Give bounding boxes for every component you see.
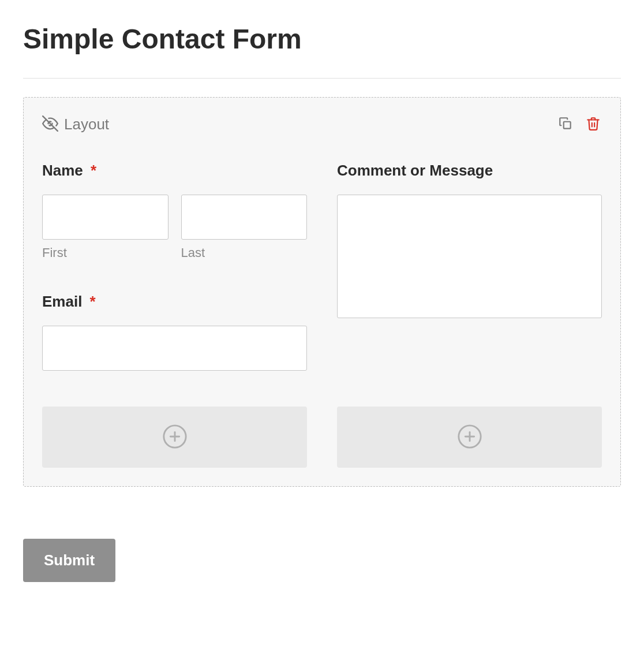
- comment-label: Comment or Message: [337, 162, 602, 180]
- first-name-group: First: [42, 195, 169, 260]
- layout-block: Layout: [23, 97, 621, 487]
- add-field-left-button[interactable]: [42, 407, 307, 468]
- svg-rect-1: [564, 122, 571, 129]
- column-right: Comment or Message: [337, 162, 602, 395]
- email-field[interactable]: Email *: [42, 293, 307, 371]
- visibility-off-icon: [42, 115, 58, 134]
- last-name-sublabel: Last: [181, 245, 308, 260]
- add-zone-row: [42, 407, 602, 468]
- name-label-text: Name: [42, 162, 83, 179]
- first-name-input[interactable]: [42, 195, 169, 240]
- submit-button[interactable]: Submit: [23, 539, 115, 582]
- email-label: Email *: [42, 293, 307, 311]
- delete-button[interactable]: [585, 115, 602, 134]
- name-inputs-row: First Last: [42, 195, 307, 260]
- duplicate-icon: [558, 116, 573, 133]
- page-title: Simple Contact Form: [23, 23, 621, 55]
- layout-label: Layout: [64, 115, 109, 133]
- email-input[interactable]: [42, 326, 307, 371]
- layout-columns: Name * First Last Email *: [42, 162, 602, 395]
- layout-actions: [557, 115, 602, 134]
- last-name-input[interactable]: [181, 195, 308, 240]
- email-label-text: Email: [42, 293, 82, 310]
- add-field-right-button[interactable]: [337, 407, 602, 468]
- name-field[interactable]: Name * First Last: [42, 162, 307, 293]
- trash-icon: [586, 116, 601, 133]
- required-marker: *: [90, 293, 96, 310]
- column-left: Name * First Last Email *: [42, 162, 307, 395]
- plus-circle-icon: [456, 423, 483, 452]
- comment-textarea[interactable]: [337, 195, 602, 318]
- duplicate-button[interactable]: [557, 115, 574, 134]
- layout-header: Layout: [42, 115, 602, 134]
- first-name-sublabel: First: [42, 245, 169, 260]
- layout-label-wrap: Layout: [42, 115, 109, 134]
- last-name-group: Last: [181, 195, 308, 260]
- plus-circle-icon: [162, 423, 188, 452]
- required-marker: *: [91, 162, 96, 179]
- name-label: Name *: [42, 162, 307, 180]
- comment-field[interactable]: Comment or Message: [337, 162, 602, 320]
- title-divider: [23, 78, 621, 79]
